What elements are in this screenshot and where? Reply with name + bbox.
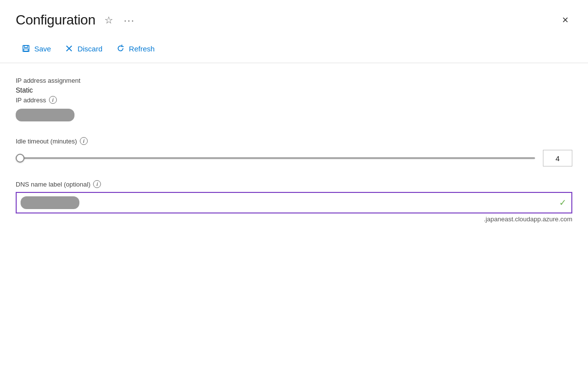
- dns-check-icon: ✓: [559, 197, 566, 208]
- refresh-label: Refresh: [129, 45, 155, 53]
- configuration-panel: Configuration ☆ ··· × Save: [0, 0, 588, 377]
- close-button[interactable]: ×: [558, 12, 572, 28]
- idle-timeout-slider[interactable]: [16, 157, 535, 159]
- favorite-icon[interactable]: ☆: [102, 12, 115, 28]
- svg-rect-2: [24, 49, 28, 51]
- idle-timeout-slider-container: 4: [16, 150, 572, 166]
- idle-timeout-group: Idle timeout (minutes) i 4: [16, 137, 572, 166]
- dns-label-info-icon[interactable]: i: [93, 180, 101, 188]
- idle-timeout-value-box: 4: [543, 150, 572, 166]
- save-label: Save: [34, 45, 51, 53]
- ip-address-label: IP address i: [16, 96, 572, 104]
- dns-label-group: DNS name label (optional) i ✓ .japaneast…: [16, 180, 572, 223]
- more-options-icon[interactable]: ···: [122, 13, 137, 28]
- discard-button[interactable]: Discard: [59, 41, 108, 56]
- slider-wrapper: [16, 153, 535, 163]
- ip-address-value-pill: [16, 109, 74, 121]
- refresh-icon: [116, 44, 125, 53]
- ip-address-info-icon[interactable]: i: [49, 96, 57, 104]
- toolbar: Save Discard Refresh: [0, 36, 588, 63]
- save-button[interactable]: Save: [16, 41, 57, 56]
- title-group: Configuration ☆ ···: [16, 12, 137, 28]
- save-icon: [22, 44, 30, 53]
- dns-name-input[interactable]: [16, 192, 572, 213]
- idle-timeout-label: Idle timeout (minutes) i: [16, 137, 572, 145]
- ip-assignment-label: IP address assignment: [16, 77, 572, 84]
- discard-label: Discard: [77, 45, 102, 53]
- dns-suffix: .japaneast.cloudapp.azure.com: [16, 215, 572, 223]
- panel-header: Configuration ☆ ··· ×: [0, 0, 588, 36]
- idle-timeout-value: 4: [556, 154, 560, 163]
- discard-icon: [65, 44, 74, 53]
- refresh-button[interactable]: Refresh: [110, 41, 161, 56]
- svg-rect-1: [24, 46, 27, 48]
- page-title: Configuration: [16, 12, 96, 28]
- dns-label-label: DNS name label (optional) i: [16, 180, 572, 188]
- dns-input-wrapper: ✓: [16, 192, 572, 213]
- ip-address-group: IP address i: [16, 96, 572, 123]
- ip-assignment-value: Static: [16, 86, 572, 94]
- content-area: IP address assignment Static IP address …: [0, 63, 588, 250]
- idle-timeout-info-icon[interactable]: i: [80, 137, 88, 145]
- ip-assignment-group: IP address assignment Static: [16, 77, 572, 94]
